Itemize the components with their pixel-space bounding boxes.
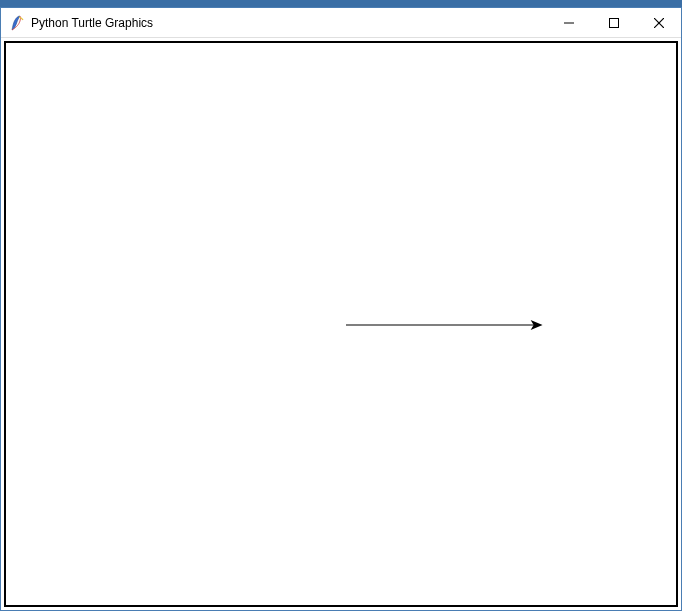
- maximize-icon: [609, 18, 619, 28]
- background-strip: [0, 0, 682, 7]
- window-title: Python Turtle Graphics: [31, 16, 153, 30]
- minimize-icon: [564, 18, 574, 28]
- app-window: Python Turtle Graphics: [0, 7, 682, 611]
- close-icon: [654, 18, 664, 28]
- close-button[interactable]: [636, 8, 681, 37]
- titlebar[interactable]: Python Turtle Graphics: [1, 8, 681, 38]
- turtle-drawing: [6, 43, 676, 605]
- svg-rect-1: [609, 18, 618, 27]
- window-controls: [546, 8, 681, 37]
- tk-feather-icon: [9, 15, 25, 31]
- turtle-canvas: [4, 41, 678, 607]
- minimize-button[interactable]: [546, 8, 591, 37]
- maximize-button[interactable]: [591, 8, 636, 37]
